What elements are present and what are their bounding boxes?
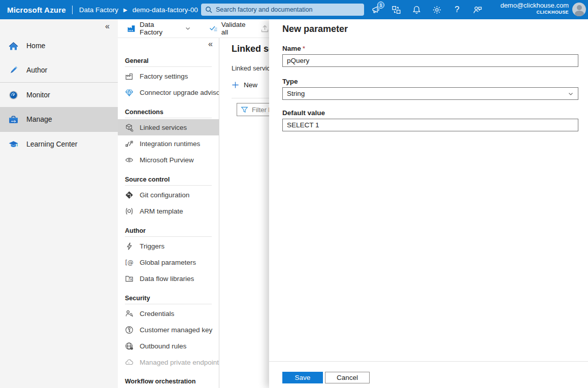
linked-services-icon xyxy=(125,123,134,132)
section-divider xyxy=(125,66,212,67)
validate-check-icon xyxy=(209,24,218,33)
hub-item-credentials[interactable]: Credentials xyxy=(118,305,219,322)
topbar-divider xyxy=(72,6,73,14)
arm-template-icon xyxy=(125,207,134,216)
settings-gear-icon[interactable] xyxy=(430,3,444,17)
hub-item-factory-settings[interactable]: Factory settings xyxy=(118,68,219,84)
home-icon xyxy=(8,41,19,51)
validate-all-button[interactable]: Validate all xyxy=(209,21,251,36)
name-label: Name* xyxy=(282,45,305,52)
left-navigation: « Home Author xyxy=(0,19,118,388)
sidebar-item-learning-center[interactable]: Learning Center xyxy=(0,132,118,156)
new-button[interactable]: New xyxy=(232,81,257,89)
section-title-author: Author xyxy=(118,226,219,235)
hub-item-git-configuration[interactable]: Git configuration xyxy=(118,187,219,203)
hub-item-data-flow-libraries[interactable]: fx Data flow libraries xyxy=(118,270,219,287)
sidebar-item-home[interactable]: Home xyxy=(0,33,118,58)
default-value-label: Default value xyxy=(282,109,325,117)
factory-icon xyxy=(127,24,136,33)
hub-item-outbound-rules[interactable]: Outbound rules xyxy=(118,338,219,354)
sidebar-item-label: Author xyxy=(26,66,47,74)
credentials-icon xyxy=(125,309,134,318)
avatar[interactable] xyxy=(572,3,586,16)
hub-item-microsoft-purview[interactable]: Microsoft Purview xyxy=(118,152,219,168)
cloud-icon xyxy=(125,358,134,367)
section-divider xyxy=(125,236,212,237)
save-button[interactable]: Save xyxy=(282,372,323,383)
avatar-body xyxy=(575,11,584,16)
help-icon[interactable]: ? xyxy=(450,3,464,17)
switch-factory-icon[interactable] xyxy=(389,3,403,17)
section-divider xyxy=(125,185,212,186)
gauge-icon xyxy=(8,90,19,100)
footer-divider xyxy=(269,361,588,362)
hub-item-connector-upgrade-advisor[interactable]: Connector upgrade advisor xyxy=(118,84,219,100)
avatar-head xyxy=(577,5,582,10)
globe-icon xyxy=(125,342,134,350)
section-title-workflow-orchestration-manager: Workflow orchestration manager xyxy=(118,377,214,388)
cancel-button[interactable]: Cancel xyxy=(325,372,370,383)
chevron-down-icon xyxy=(568,91,574,97)
integration-runtimes-icon xyxy=(125,139,134,148)
name-field[interactable] xyxy=(282,54,578,67)
new-parameter-panel: New parameter Name* Type String Default … xyxy=(269,19,588,388)
factory-menu-label: Data Factory xyxy=(140,21,176,36)
breadcrumb-app[interactable]: Data Factory xyxy=(79,6,118,14)
search-input[interactable] xyxy=(216,6,360,13)
validate-all-label: Validate all xyxy=(221,21,251,36)
global-parameters-icon: [@] xyxy=(125,258,134,267)
notifications-bell-icon[interactable] xyxy=(409,3,423,17)
factory-settings-icon xyxy=(125,72,134,81)
section-title-source-control: Source control xyxy=(118,175,219,184)
manage-hub-menu: « General Factory settings Connector upg… xyxy=(118,38,219,388)
type-value: String xyxy=(287,90,305,97)
sidebar-item-author[interactable]: Author xyxy=(0,58,118,82)
azure-brand[interactable]: Microsoft Azure xyxy=(7,6,66,14)
svg-text:fx: fx xyxy=(128,276,133,281)
pencil-icon xyxy=(8,65,19,76)
new-button-label: New xyxy=(244,81,257,89)
section-title-general: General xyxy=(118,56,219,65)
factory-toolbar: Data Factory Validate all xyxy=(118,19,269,38)
default-value-field[interactable] xyxy=(282,119,578,131)
funnel-icon xyxy=(241,106,248,114)
data-flow-libraries-icon: fx xyxy=(125,274,134,283)
eye-icon xyxy=(125,156,134,164)
chevron-down-icon[interactable] xyxy=(185,25,191,31)
gem-icon xyxy=(125,88,134,97)
feedback-icon[interactable] xyxy=(470,3,484,17)
sidebar-item-label: Manage xyxy=(26,115,52,123)
hub-item-arm-template[interactable]: ARM template xyxy=(118,203,219,219)
sidebar-item-manage[interactable]: Manage xyxy=(0,107,118,131)
graduation-cap-icon xyxy=(8,139,19,150)
sidebar-item-monitor[interactable]: Monitor xyxy=(0,83,118,107)
toolbox-icon xyxy=(8,114,19,125)
hub-item-linked-services[interactable]: Linked services xyxy=(118,119,219,135)
section-divider xyxy=(125,118,212,118)
hub-item-integration-runtimes[interactable]: Integration runtimes xyxy=(118,135,219,152)
key-icon xyxy=(125,326,134,334)
sidebar-item-label: Home xyxy=(26,42,45,50)
hub-item-managed-private-endpoints: Managed private endpoints xyxy=(118,354,219,370)
hubmenu-collapse-icon[interactable]: « xyxy=(208,40,213,48)
leftnav-collapse-icon[interactable]: « xyxy=(105,22,110,30)
account-info[interactable]: demo@clickhouse.com CLICKHOUSE xyxy=(500,2,569,16)
section-title-security: Security xyxy=(118,294,219,303)
section-divider xyxy=(125,304,212,304)
breadcrumb-factory-name[interactable]: demo-data-factory-00 xyxy=(133,6,198,14)
type-dropdown[interactable]: String xyxy=(282,87,578,100)
breadcrumb-arrow-icon: ▶ xyxy=(123,7,127,13)
announcements-icon[interactable]: 1 xyxy=(369,3,383,17)
account-email: demo@clickhouse.com xyxy=(500,2,569,10)
hub-item-global-parameters[interactable]: [@] Global parameters xyxy=(118,254,219,270)
global-search[interactable] xyxy=(201,4,364,16)
hub-item-customer-managed-key[interactable]: Customer managed key xyxy=(118,322,219,338)
factory-menu-button[interactable]: Data Factory xyxy=(127,21,176,36)
hub-item-triggers[interactable]: Triggers xyxy=(118,238,219,254)
announcement-badge: 1 xyxy=(377,2,384,9)
svg-text:[@]: [@] xyxy=(125,259,134,266)
account-tenant: CLICKHOUSE xyxy=(500,10,569,15)
lightning-icon xyxy=(125,242,134,251)
git-icon xyxy=(125,191,134,199)
search-icon xyxy=(205,6,212,13)
